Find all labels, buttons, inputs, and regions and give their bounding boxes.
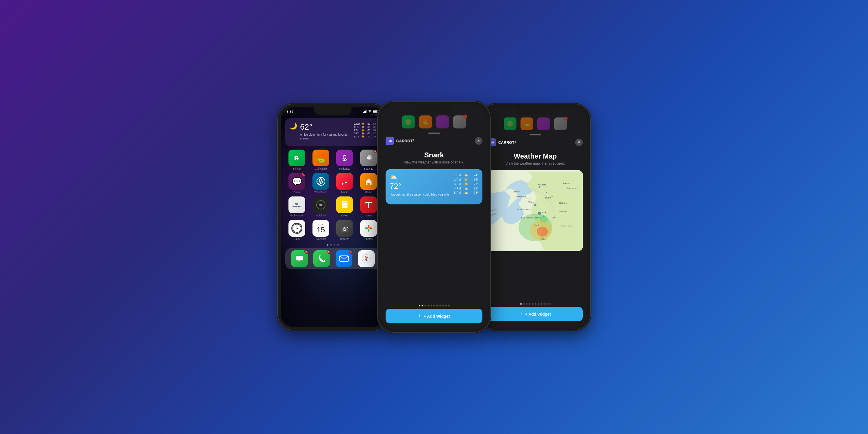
map-dot-7	[537, 303, 539, 305]
app-clock-icon	[288, 220, 305, 237]
forecast-lo-sat: 40	[372, 132, 376, 135]
svg-rect-0	[363, 112, 364, 113]
wc-temp-1pm: 74°	[470, 174, 478, 177]
phones-container: 9:28	[278, 104, 590, 330]
svg-text:W: W	[319, 179, 324, 184]
messages-badge: 2	[304, 250, 308, 254]
weather-card-temp: 72°	[390, 182, 451, 191]
weather-moon-icon: 🌙	[289, 122, 297, 130]
dock-mail-wrapper[interactable]: 3	[336, 250, 352, 267]
svg-rect-6	[378, 111, 379, 112]
app-home-icon	[360, 173, 377, 190]
weather-card-cloud-icon: ⛅	[390, 173, 397, 180]
forecast-hi-sat: 66	[366, 132, 370, 135]
widget-dot-4	[427, 305, 429, 306]
widget-dots-snark	[381, 305, 487, 306]
forecast-lo-fri: 37	[372, 129, 376, 132]
widget-settings-badge: 1	[463, 115, 467, 118]
forecast-sun-wed: ☀️	[361, 122, 365, 125]
clock-svg	[292, 223, 302, 234]
add-widget-plus-snark: +	[418, 313, 421, 319]
svg-point-24	[368, 225, 370, 228]
app-camera-icon	[336, 220, 353, 237]
svg-text:Santa Rosa: Santa Rosa	[516, 195, 526, 197]
app-wordpress-icon: W	[312, 173, 329, 190]
svg-text:Fairfield: Fairfield	[544, 197, 551, 199]
svg-text:Salinas: Salinas	[541, 238, 548, 240]
home-logo	[364, 177, 373, 186]
map-dot-10	[546, 303, 548, 305]
phone-right: 🟢 ⛳ 1 ☁️ C	[480, 104, 590, 330]
wc-temp-5pm: 73°	[470, 191, 478, 194]
wc-icon-4pm: ⛅	[464, 187, 468, 190]
map-dot-6	[535, 303, 536, 305]
wc-time-1pm: 1 PM	[454, 174, 462, 177]
golfclash-emoji: ⛳	[315, 153, 326, 163]
dock-messages-wrapper[interactable]: 2	[291, 250, 308, 267]
add-widget-btn-snark[interactable]: + + Add Widget	[386, 309, 483, 323]
map-widget[interactable]: Woodland Roseville Sacramento Windsor Sa…	[488, 170, 583, 251]
svg-rect-13	[343, 203, 347, 203]
camera-logo	[340, 224, 349, 233]
svg-point-25	[368, 229, 370, 232]
weather-top: 🌙 62° A nice clear night for you, my fav…	[289, 122, 376, 140]
forecast-hi-thu: 68	[366, 126, 370, 128]
phone-logo	[317, 254, 326, 263]
wc-row-2pm: 2 PM ☀️ 76°	[454, 178, 478, 181]
dock-phone-wrapper[interactable]: 8	[313, 250, 330, 267]
map-dot-8	[540, 303, 542, 305]
widget-screen-map: 🟢 ⛳ 1 ☁️ C	[483, 107, 587, 327]
wc-icon-5pm: ⛅	[464, 191, 468, 195]
messages-logo	[295, 254, 304, 263]
notes-logo	[340, 200, 349, 210]
dock-phone-icon: 8	[313, 250, 330, 267]
widget-header-snark: ☁️ CARROT⁵ ✕	[381, 134, 487, 148]
notch-right	[517, 107, 554, 115]
widget-app-blinkist: 🟢	[402, 116, 415, 128]
forecast-row-wed: WED ☀️ 80 54	[354, 122, 376, 125]
weather-widget[interactable]: 🌙 62° A nice clear night for you, my fav…	[285, 118, 380, 146]
svg-rect-20	[341, 226, 348, 232]
molekule-circle: MO	[316, 200, 326, 210]
notch-middle	[415, 105, 454, 113]
app-settings-icon: 1	[360, 150, 377, 166]
svg-text:CALIFO: CALIFO	[560, 224, 572, 228]
forecast-day-sat: SAT	[354, 132, 360, 135]
app-tesla-icon	[360, 196, 377, 213]
svg-rect-3	[366, 110, 367, 113]
widget-app-settings: 1	[453, 116, 466, 128]
forecast-hi-fri: 63	[366, 129, 370, 132]
moen-text: by MOEN	[292, 206, 302, 208]
svg-text:Hayward: Hayward	[538, 211, 546, 214]
wc-row-1pm: 1 PM ⛅ 74°	[454, 173, 478, 177]
phone-right-screen: 🟢 ⛳ 1 ☁️ C	[483, 107, 587, 327]
svg-rect-14	[343, 204, 347, 204]
widget-app-name-snark: CARROT⁵	[396, 138, 474, 143]
dock-safari-wrapper[interactable]	[358, 250, 375, 267]
wc-temp-3pm: 77°	[470, 183, 478, 186]
add-widget-btn-map[interactable]: + + Add Widget	[488, 307, 583, 321]
phone-middle-screen: 🟢 ⛳ 1 ☁️ C	[381, 105, 487, 329]
widget-subtitle-snark: View the weather with a dose of snark.	[387, 160, 481, 164]
battery-icon	[373, 110, 379, 113]
widget-dot-1	[418, 305, 420, 306]
forecast-sun-sun: ☀️	[361, 135, 365, 138]
app-golfclash-icon: ⛳	[312, 150, 329, 166]
weather-card-widget[interactable]: ⛅ 72° I brought out the sun so I could b…	[386, 169, 483, 204]
add-widget-label-snark: + Add Widget	[424, 314, 450, 318]
svg-text:Tracy: Tracy	[551, 217, 556, 219]
weather-card-left: ⛅ 72° I brought out the sun so I could b…	[390, 173, 451, 200]
forecast-row-fri: FRI ☀️ 63 37	[354, 129, 376, 132]
forecast-sun-thu: ☀️	[361, 126, 365, 128]
dock-safari-icon	[358, 250, 375, 267]
widget-close-btn-snark[interactable]: ✕	[475, 137, 483, 145]
app-blinkist-icon	[288, 150, 305, 166]
forecast-lo-wed: 54	[372, 122, 376, 125]
dock-mail-icon: 3	[336, 250, 352, 267]
svg-point-7	[343, 155, 346, 159]
slack-badge: 2	[302, 173, 305, 177]
svg-text:Woodland: Woodland	[537, 184, 547, 186]
svg-point-44	[546, 192, 547, 193]
home-screen: 9:28	[281, 107, 385, 327]
widget-close-btn-map[interactable]: ✕	[575, 138, 583, 146]
